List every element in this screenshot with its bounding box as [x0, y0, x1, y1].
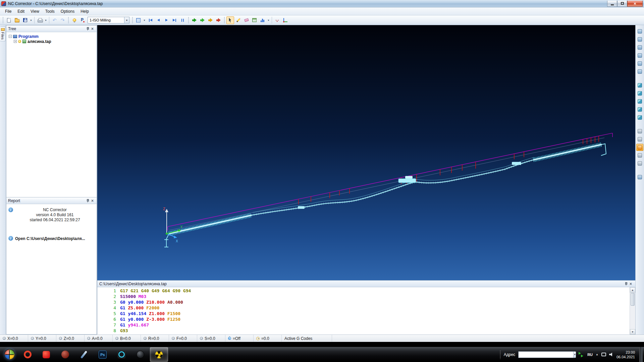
show-tool-button[interactable]	[636, 152, 643, 159]
tree-pin-button[interactable]	[85, 26, 90, 31]
backlight-button[interactable]	[70, 16, 78, 24]
address-dropdown-icon[interactable]: ▼	[573, 352, 576, 358]
show-axes-button[interactable]	[636, 160, 643, 167]
menu-options[interactable]: Options	[58, 8, 77, 15]
code-line[interactable]: 3G0 y0.000 Z10.000 A0.000	[97, 299, 630, 305]
axes-button[interactable]	[281, 16, 289, 24]
chart-view-button[interactable]	[259, 16, 266, 24]
print-button[interactable]	[36, 16, 44, 24]
save-file-button[interactable]	[21, 16, 29, 24]
close-button[interactable]: ×	[627, 1, 643, 7]
open-file-button[interactable]	[13, 16, 21, 24]
stop-button[interactable]	[215, 16, 222, 24]
menu-view[interactable]: View	[28, 8, 42, 15]
pan-view-button[interactable]	[636, 60, 643, 67]
code-line[interactable]: 1G17 G21 G40 G49 G64 G90 G94	[97, 288, 630, 294]
edit-tool-button[interactable]	[234, 16, 242, 24]
view-front-button[interactable]	[636, 98, 643, 105]
tree-node-programm[interactable]: − Programm	[7, 34, 96, 39]
menu-help[interactable]: Help	[77, 8, 92, 15]
pause-button[interactable]	[179, 16, 186, 24]
dark-app-taskbar-icon[interactable]	[131, 347, 149, 362]
rotate-view-button[interactable]	[636, 68, 643, 75]
code-lines[interactable]: 1G17 G21 G40 G49 G64 G90 G942S15000 M033…	[97, 287, 630, 335]
network-icon[interactable]	[601, 353, 606, 356]
tray-clock[interactable]: 23:00 06.04.2021	[616, 350, 635, 359]
show-workpiece-button[interactable]	[636, 136, 643, 143]
photoshop-taskbar-icon[interactable]: Ps	[94, 347, 112, 362]
simulation-options-dropdown[interactable]: ▼	[143, 16, 146, 24]
red-app-taskbar-icon[interactable]	[37, 347, 55, 362]
show-traverse-button[interactable]	[636, 128, 643, 135]
code-line[interactable]: 6G1 y0.000 Z-3.000 F1250	[97, 316, 630, 322]
go-first-button[interactable]	[147, 16, 154, 24]
view-iso-button[interactable]	[636, 82, 643, 89]
code-pin-button[interactable]	[623, 281, 628, 286]
report-close-button[interactable]: ×	[90, 198, 95, 203]
code-line[interactable]: 2S15000 M03	[97, 294, 630, 299]
address-bar[interactable]: ▼	[518, 351, 575, 358]
scroll-up-icon[interactable]: ▲	[630, 287, 635, 293]
opera-taskbar-icon[interactable]	[18, 347, 37, 362]
print-options-dropdown[interactable]: ▼	[44, 16, 48, 24]
code-line[interactable]: 8G93	[97, 328, 630, 334]
tree-close-button[interactable]: ×	[90, 26, 95, 31]
menu-tools[interactable]: Tools	[42, 8, 58, 15]
erase-tool-button[interactable]	[243, 16, 250, 24]
report-pin-button[interactable]	[85, 198, 90, 203]
maximize-button[interactable]	[617, 1, 627, 7]
table-view-button[interactable]	[251, 16, 258, 24]
minimize-button[interactable]	[607, 1, 617, 7]
collapse-icon[interactable]: −	[9, 35, 12, 38]
code-line[interactable]: 7G1 y941.667	[97, 322, 630, 328]
parameters-button[interactable]	[78, 16, 86, 24]
combo-dropdown-icon[interactable]: ▼	[124, 17, 129, 23]
nc-corrector-taskbar-icon[interactable]	[150, 347, 168, 362]
view-side-button[interactable]	[636, 106, 643, 113]
address-input[interactable]	[519, 352, 573, 358]
start-button[interactable]	[1, 347, 18, 362]
brush-app-taskbar-icon[interactable]	[75, 347, 93, 362]
view-top-button[interactable]	[636, 90, 643, 97]
ring-app-taskbar-icon[interactable]	[112, 347, 130, 362]
code-close-button[interactable]: ×	[628, 281, 633, 286]
menu-file[interactable]: File	[2, 8, 14, 15]
simulation-mode-button[interactable]	[636, 144, 643, 151]
simulation-grid-button[interactable]	[135, 16, 142, 24]
language-indicator[interactable]: RU	[587, 353, 593, 357]
toolpath-viewport[interactable]: Z Y X	[97, 25, 635, 280]
code-scrollbar[interactable]: ▲ ▼	[630, 287, 635, 335]
zoom-in-button[interactable]	[636, 44, 643, 51]
go-arrows-icon[interactable]	[578, 352, 584, 357]
expand-icon[interactable]: +	[14, 40, 17, 43]
view-back-button[interactable]	[636, 114, 643, 121]
zoom-out-button[interactable]	[636, 52, 643, 59]
run-to-cursor-button[interactable]	[199, 16, 206, 24]
interpreter-select[interactable]: 1-ISO Milling▼	[88, 17, 129, 23]
code-line[interactable]: 4G1 Z5.000 F2000	[97, 305, 630, 311]
transform-button[interactable]	[273, 16, 281, 24]
step-back-button[interactable]	[155, 16, 162, 24]
redo-button[interactable]: ↷	[59, 16, 66, 24]
select-tool-button[interactable]	[226, 16, 234, 24]
go-last-button[interactable]	[171, 16, 178, 24]
scroll-down-icon[interactable]: ▼	[630, 329, 635, 335]
new-file-button[interactable]	[5, 16, 13, 24]
files-tab[interactable]: Files	[0, 26, 5, 41]
run-slow-button[interactable]	[207, 16, 214, 24]
viewport-settings-button[interactable]	[636, 174, 643, 181]
maroon-app-taskbar-icon[interactable]	[56, 347, 74, 362]
code-line[interactable]: 5G1 y46.154 Z1.000 F1500	[97, 311, 630, 316]
hidden-icons-chevron[interactable]: ▲	[596, 353, 598, 356]
save-options-dropdown[interactable]: ▼	[29, 16, 33, 24]
run-button[interactable]	[191, 16, 198, 24]
step-forward-button[interactable]	[163, 16, 170, 24]
show-desktop-button[interactable]	[639, 347, 643, 362]
tree-node-file[interactable]: + алясина.tap	[7, 39, 96, 44]
zoom-window-button[interactable]	[636, 36, 643, 43]
fit-scene-button[interactable]	[636, 28, 643, 35]
view-options-dropdown[interactable]: ▼	[267, 16, 270, 24]
menu-edit[interactable]: Edit	[14, 8, 28, 15]
volume-icon[interactable]	[609, 352, 613, 357]
undo-button[interactable]: ↶	[51, 16, 58, 24]
